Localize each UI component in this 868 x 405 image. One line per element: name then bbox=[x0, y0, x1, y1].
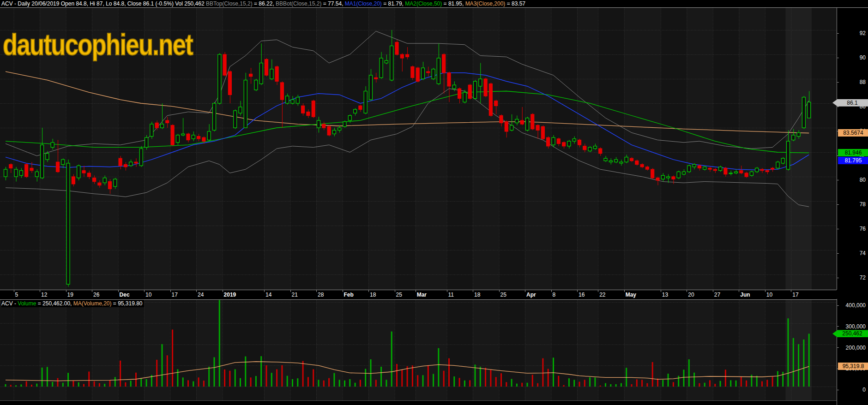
volume-bar bbox=[287, 376, 288, 387]
date-tick bbox=[316, 290, 317, 292]
candle bbox=[755, 168, 759, 172]
volume-bar bbox=[47, 367, 48, 387]
volume-bar bbox=[584, 380, 585, 387]
candle bbox=[108, 182, 112, 189]
candle bbox=[134, 162, 138, 163]
date-axis-label: 26 bbox=[93, 292, 99, 298]
candle bbox=[197, 137, 200, 139]
date-axis-label: Dec bbox=[120, 292, 130, 298]
volume-bar bbox=[94, 381, 95, 387]
volume-bar bbox=[641, 380, 643, 387]
volume-bar bbox=[626, 368, 627, 387]
volume-bar bbox=[636, 379, 638, 387]
candle bbox=[640, 165, 644, 167]
candle bbox=[484, 79, 487, 96]
candle bbox=[9, 165, 12, 168]
week-band bbox=[525, 8, 551, 290]
volume-bar bbox=[527, 383, 528, 387]
volume-bar bbox=[464, 381, 465, 387]
candle bbox=[776, 162, 779, 168]
candle bbox=[254, 80, 258, 90]
date-axis-label: Apr bbox=[526, 292, 536, 298]
volume-bar bbox=[36, 384, 37, 387]
candle bbox=[155, 123, 158, 128]
volume-bar bbox=[83, 384, 84, 387]
candle bbox=[552, 137, 555, 145]
volume-bar bbox=[782, 372, 784, 387]
volume-bar bbox=[537, 383, 538, 387]
candle bbox=[567, 141, 571, 146]
volume-bar bbox=[803, 339, 804, 387]
volume-bar bbox=[688, 359, 690, 387]
volume-bar bbox=[401, 370, 403, 387]
date-tick bbox=[66, 290, 66, 292]
date-tick bbox=[395, 290, 395, 292]
volume-bar bbox=[250, 377, 252, 387]
candle bbox=[270, 69, 273, 79]
date-tick bbox=[40, 290, 40, 292]
candle bbox=[35, 172, 38, 177]
candle bbox=[296, 97, 299, 103]
candle bbox=[416, 68, 419, 81]
axis-tick bbox=[837, 305, 839, 306]
candle bbox=[192, 135, 195, 139]
candle bbox=[713, 169, 717, 171]
volume-bar bbox=[344, 381, 345, 387]
axis-tick bbox=[837, 204, 839, 205]
candle bbox=[150, 124, 153, 137]
candle bbox=[474, 81, 477, 98]
volume-bar bbox=[798, 344, 799, 387]
date-axis[interactable]: 5121926Dec1017242019142128Feb1825Mar1118… bbox=[0, 290, 837, 300]
price-axis[interactable]: 929088868482807876747286.183.567481.9468… bbox=[837, 8, 868, 290]
volume-bar bbox=[360, 380, 361, 387]
volume-axis-label: 0 bbox=[862, 387, 866, 393]
volume-bar bbox=[31, 385, 32, 387]
volume-axis-label: 400,000 bbox=[846, 302, 866, 309]
candle bbox=[526, 118, 529, 130]
candle bbox=[656, 178, 659, 180]
date-axis-label: 28 bbox=[318, 292, 324, 298]
week-band bbox=[473, 8, 499, 290]
axis-tick bbox=[837, 253, 839, 254]
candle bbox=[562, 143, 566, 146]
volume-bar bbox=[339, 380, 340, 387]
volume-bar bbox=[568, 378, 570, 387]
candle bbox=[374, 77, 378, 79]
volume-bar bbox=[365, 369, 366, 387]
volume-bar bbox=[224, 369, 225, 387]
candle bbox=[645, 167, 649, 169]
volume-bar bbox=[433, 374, 434, 387]
candle bbox=[119, 158, 122, 166]
candle bbox=[677, 172, 680, 178]
volume-bar bbox=[333, 373, 335, 387]
candle bbox=[729, 173, 732, 174]
candle bbox=[489, 84, 492, 116]
candle bbox=[46, 154, 49, 160]
volume-bar bbox=[104, 384, 105, 387]
date-tick bbox=[196, 290, 197, 292]
candle bbox=[604, 158, 607, 161]
volume-bar bbox=[453, 376, 455, 387]
candle bbox=[139, 149, 143, 166]
volume-bar bbox=[532, 375, 533, 387]
candle bbox=[808, 102, 811, 118]
volume-bar bbox=[26, 381, 27, 387]
date-axis-label: 10 bbox=[766, 292, 772, 298]
volume-axis[interactable]: 400,000300,000200,000100,0000250,46295,3… bbox=[837, 299, 868, 405]
volume-bar bbox=[140, 378, 142, 387]
price-axis-label: 78 bbox=[860, 201, 866, 208]
volume-bar bbox=[693, 373, 695, 387]
volume-bar bbox=[808, 334, 810, 387]
watermark: dautucophieu.net bbox=[3, 28, 193, 62]
candle bbox=[510, 125, 513, 131]
volume-bar bbox=[245, 357, 246, 387]
candle bbox=[797, 133, 800, 137]
candle bbox=[317, 120, 320, 128]
volume-bar bbox=[610, 384, 611, 387]
candle bbox=[239, 107, 242, 113]
volume-bar bbox=[761, 381, 763, 387]
candle bbox=[312, 101, 315, 117]
candle bbox=[380, 58, 383, 77]
candle bbox=[447, 73, 451, 86]
volume-bar bbox=[235, 369, 236, 387]
